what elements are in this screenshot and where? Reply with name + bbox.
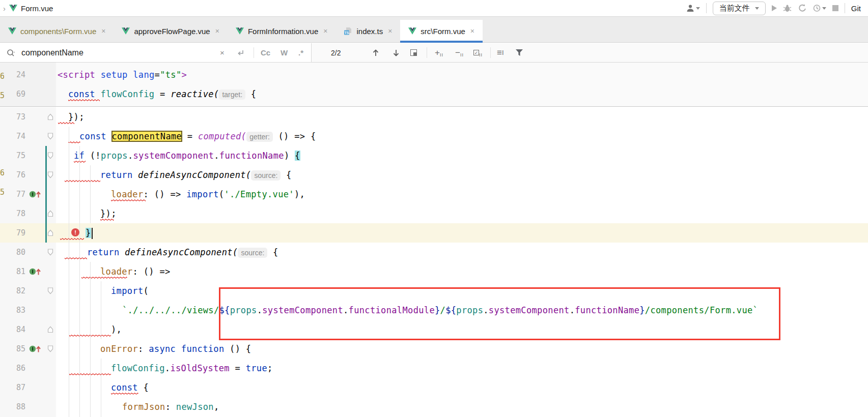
code-line-85[interactable]: 85onError: async function () {	[0, 339, 868, 359]
fold-marker-down[interactable]	[47, 152, 53, 159]
search-options-button[interactable]: ≡I	[497, 43, 504, 62]
tab-approveflowpage.vue[interactable]: approveFlowPage.vue×	[114, 20, 227, 42]
code-line-75[interactable]: 75if (!props.systemComponent.functionNam…	[0, 146, 868, 165]
code-text: });	[68, 107, 85, 127]
code-text: `./../../../views/${props.systemComponen…	[122, 301, 758, 320]
gutter-implementation-icon[interactable]	[29, 267, 42, 276]
tab-label: components\Form.vue	[20, 27, 96, 36]
editor-tab-bar: components\Form.vue×approveFlowPage.vue×…	[0, 17, 868, 43]
code-text: }	[86, 223, 93, 243]
tab-label: index.ts	[356, 27, 383, 36]
line-number: 84	[0, 320, 25, 339]
code-line-79[interactable]: 79!}	[0, 223, 868, 243]
fold-marker-up[interactable]	[47, 113, 53, 121]
code-line-69[interactable]: 69const flowConfig = reactive(target: {	[0, 84, 868, 104]
gutter-implementation-icon[interactable]	[29, 190, 42, 199]
fold-marker-down[interactable]	[47, 171, 53, 178]
gutter-implementation-icon[interactable]	[29, 344, 42, 353]
inspection-squiggle	[69, 373, 111, 375]
code-line-74[interactable]: 74const componentName = computed(getter:…	[0, 127, 868, 146]
run-with-coverage-button[interactable]	[798, 4, 806, 12]
tab-src-form.vue[interactable]: src\Form.vue×	[400, 20, 483, 42]
inspection-squiggle	[65, 180, 100, 182]
code-editor[interactable]: 73});74const componentName = computed(ge…	[0, 107, 868, 417]
parameter-hint: getter:	[246, 132, 273, 142]
run-configuration-select[interactable]: 当前文件	[713, 2, 766, 15]
add-selection-button[interactable]: +II	[435, 43, 443, 62]
toggle-selections-button[interactable]: ✓II	[473, 43, 483, 62]
fold-marker-down[interactable]	[47, 249, 53, 256]
run-button[interactable]	[772, 5, 777, 11]
token-plain: (	[219, 189, 225, 199]
code-line-87[interactable]: 87const {	[0, 378, 868, 397]
tab-close-icon[interactable]: ×	[323, 27, 327, 35]
token-prop: systemComponent	[262, 305, 343, 315]
divider	[490, 47, 491, 58]
fold-marker-up[interactable]	[47, 210, 53, 217]
remove-selection-button[interactable]: −II	[455, 43, 464, 62]
new-line-icon[interactable]	[236, 43, 245, 62]
regex-toggle[interactable]: .*	[298, 43, 303, 62]
debug-button[interactable]	[783, 4, 792, 12]
code-line-78[interactable]: 78});	[0, 204, 868, 223]
tab-close-icon[interactable]: ×	[101, 27, 105, 35]
code-line-88[interactable]: 88formJson: newJson,	[0, 397, 868, 416]
tab-components-form.vue[interactable]: components\Form.vue×	[0, 20, 114, 42]
code-line-80[interactable]: 80return defineAsyncComponent(source: {	[0, 243, 868, 262]
tab-close-icon[interactable]: ×	[215, 27, 219, 35]
token-plain: : () =>	[133, 266, 171, 277]
previous-occurrence-button[interactable]	[372, 43, 380, 62]
tab-close-icon[interactable]: ×	[388, 27, 392, 35]
token-tag: <script	[58, 70, 95, 80]
token-plain	[95, 70, 101, 80]
line-number: 82	[0, 281, 25, 301]
code-line-77[interactable]: 77loader: () => import('./Empty.vue'),	[0, 185, 868, 204]
code-text: onError: async function () {	[100, 339, 251, 359]
code-line-76[interactable]: 76return defineAsyncComponent(source: {	[0, 165, 868, 185]
token-plain: ),	[294, 189, 305, 199]
words-toggle[interactable]: W	[281, 43, 288, 62]
code-line-82[interactable]: 82import(	[0, 281, 868, 301]
fold-marker-down[interactable]	[47, 345, 53, 352]
tab-index.ts[interactable]: TSindex.ts×	[335, 20, 400, 42]
error-bulb-icon[interactable]: !	[71, 228, 79, 236]
code-line-86[interactable]: 86flowConfig.isOldSystem = true;	[0, 359, 868, 378]
token-plain: =	[155, 70, 160, 80]
filter-icon[interactable]	[515, 43, 523, 62]
run-configuration-label: 当前文件	[719, 4, 750, 13]
fold-marker-down[interactable]	[47, 133, 53, 140]
search-icon[interactable]	[6, 43, 16, 62]
fold-marker-up[interactable]	[47, 229, 53, 236]
tab-close-icon[interactable]: ×	[470, 27, 474, 35]
user-account-button[interactable]	[686, 4, 700, 12]
parameter-hint: source:	[251, 170, 281, 181]
token-brace: }	[86, 228, 91, 238]
token-kw: function	[181, 344, 225, 354]
token-teal: newJson	[176, 402, 214, 412]
code-line-24[interactable]: 24<script setup lang="ts">	[0, 65, 868, 84]
search-field[interactable]: × Cc W .*	[0, 43, 312, 62]
select-all-occurrences-button[interactable]	[410, 43, 417, 62]
fold-marker-up[interactable]	[47, 326, 53, 333]
stop-button[interactable]	[832, 5, 838, 11]
code-line-81[interactable]: 81loader: () =>	[0, 262, 868, 281]
code-text: return defineAsyncComponent(source: {	[100, 165, 292, 185]
match-case-toggle[interactable]: Cc	[261, 43, 270, 62]
search-input[interactable]	[21, 43, 189, 62]
code-line-73[interactable]: 73});	[0, 107, 868, 127]
fold-marker-down[interactable]	[47, 287, 53, 294]
run-history-button[interactable]	[813, 4, 826, 12]
token-plain: : () =>	[144, 189, 187, 199]
clear-search-icon[interactable]: ×	[220, 43, 225, 62]
next-occurrence-button[interactable]	[392, 43, 400, 62]
line-number: 83	[0, 301, 25, 320]
token-prop: systemComponent	[133, 151, 214, 161]
inspection-squiggle	[68, 141, 80, 143]
line-number: 75	[0, 146, 25, 165]
git-menu-label[interactable]: Git	[851, 4, 861, 13]
code-line-84[interactable]: 84),	[0, 320, 868, 339]
tab-forminformation.vue[interactable]: FormInformation.vue×	[228, 20, 336, 42]
divider	[427, 47, 427, 58]
code-line-83[interactable]: 83`./../../../views/${props.systemCompon…	[0, 301, 868, 320]
parameter-hint: target:	[219, 90, 245, 100]
